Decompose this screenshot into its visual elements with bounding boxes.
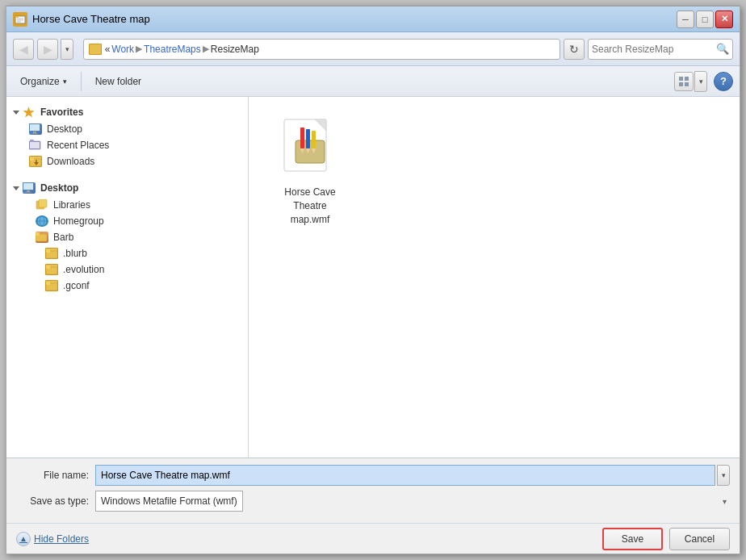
filetype-label: Save as type:: [16, 495, 89, 507]
svg-rect-1: [15, 16, 19, 18]
file-icon-wmf: [278, 116, 342, 181]
save-dialog-window: Horse Cave Theatre map ─ □ ✕ ◀ ▶ ▾ « Wor…: [6, 6, 740, 554]
search-input[interactable]: [592, 44, 716, 55]
filetype-dropdown-wrapper: Windows Metafile Format (wmf) ▾: [95, 491, 730, 512]
desktop-triangle: [13, 186, 19, 190]
downloads-label: Downloads: [47, 156, 94, 167]
minimize-button[interactable]: ─: [677, 10, 694, 28]
dialog-buttons: Save Cancel: [602, 528, 730, 550]
save-button[interactable]: Save: [602, 528, 663, 550]
sidebar-item-recent-places[interactable]: Recent Places: [6, 137, 248, 153]
search-icon[interactable]: 🔍: [716, 43, 729, 55]
help-button[interactable]: ?: [714, 72, 733, 91]
svg-rect-21: [23, 183, 33, 190]
desktop-icon: [29, 123, 42, 135]
desktop-label: Desktop: [47, 123, 82, 135]
file-label: Horse Cave Theatre map.wmf: [284, 186, 335, 226]
breadcrumb-path: « Work ▶ TheatreMaps ▶ ResizeMap: [105, 44, 259, 55]
new-folder-label: New folder: [95, 76, 141, 87]
svg-rect-12: [31, 133, 38, 134]
filetype-dropdown-arrow: ▾: [723, 497, 727, 506]
gconf-icon: [45, 280, 58, 291]
content-area: Horse Cave Theatre map.wmf: [249, 97, 740, 458]
sidebar-item-evolution[interactable]: .evolution: [6, 261, 248, 278]
cancel-button[interactable]: Cancel: [669, 528, 730, 550]
close-button[interactable]: ✕: [715, 10, 733, 28]
sidebar-item-blurb[interactable]: .blurb: [6, 245, 248, 261]
organize-button[interactable]: Organize ▾: [13, 72, 74, 91]
homegroup-label: Homegroup: [53, 215, 104, 227]
main-area: ★ Favorites Desktop: [6, 97, 740, 458]
sidebar-item-downloads[interactable]: Downloads: [6, 153, 248, 169]
bottom-form-area: File name: ▾ Save as type: Windows Metaf…: [6, 458, 740, 523]
desktop-section-label: Desktop: [40, 182, 78, 194]
libraries-label: Libraries: [53, 199, 90, 211]
maximize-button[interactable]: □: [696, 10, 714, 28]
svg-rect-10: [30, 124, 40, 131]
favorites-label: Favorites: [40, 107, 83, 118]
breadcrumb-sep-1: ▶: [136, 44, 142, 54]
sidebar-item-homegroup[interactable]: Homegroup: [6, 213, 248, 229]
svg-rect-42: [306, 129, 310, 148]
filetype-select[interactable]: Windows Metafile Format (wmf): [95, 491, 243, 512]
desktop-section-icon: [23, 182, 36, 194]
svg-rect-25: [39, 199, 47, 207]
view-menu-button[interactable]: [674, 72, 694, 91]
breadcrumb-prefix: «: [105, 44, 111, 55]
file-item-wmf[interactable]: Horse Cave Theatre map.wmf: [262, 110, 358, 232]
title-bar: Horse Cave Theatre map ─ □ ✕: [6, 6, 740, 32]
hide-folders-button[interactable]: ▲ Hide Folders: [16, 532, 89, 546]
evolution-label: .evolution: [63, 264, 104, 275]
svg-rect-15: [30, 142, 40, 148]
svg-rect-36: [46, 282, 50, 285]
barb-icon: [36, 232, 48, 243]
libraries-icon: [36, 199, 48, 211]
organize-dropdown-icon: ▾: [63, 77, 67, 86]
recent-places-icon: [29, 140, 42, 151]
sidebar-item-gconf[interactable]: .gconf: [6, 278, 248, 294]
forward-button[interactable]: ▶: [37, 39, 58, 60]
sidebar-item-barb[interactable]: Barb: [6, 229, 248, 245]
window-icon: [13, 12, 27, 27]
sidebar-item-desktop[interactable]: Desktop: [6, 121, 248, 137]
favorites-header[interactable]: ★ Favorites: [6, 103, 248, 121]
filetype-row: Save as type: Windows Metafile Format (w…: [16, 491, 730, 512]
refresh-button[interactable]: ↻: [564, 39, 585, 60]
svg-rect-40: [300, 127, 304, 148]
favorites-star-icon: ★: [23, 107, 36, 118]
breadcrumb-work[interactable]: Work: [111, 44, 134, 55]
toolbar: Organize ▾ New folder ▾ ?: [6, 66, 740, 97]
svg-rect-44: [312, 131, 316, 148]
search-bar: 🔍: [588, 39, 733, 60]
hide-folders-label: Hide Folders: [34, 533, 89, 545]
svg-rect-34: [46, 265, 50, 269]
sidebar-item-libraries[interactable]: Libraries: [6, 197, 248, 213]
navigation-bar: ◀ ▶ ▾ « Work ▶ TheatreMaps ▶ ResizeMap ↻…: [6, 32, 740, 66]
title-bar-controls: ─ □ ✕: [677, 10, 733, 28]
hide-folders-icon: ▲: [16, 532, 31, 546]
file-name-line1: Horse Cave: [284, 186, 335, 198]
breadcrumb-bar[interactable]: « Work ▶ TheatreMaps ▶ ResizeMap: [83, 39, 560, 60]
filename-dropdown-button[interactable]: ▾: [717, 465, 730, 486]
svg-rect-32: [46, 249, 50, 253]
barb-label: Barb: [53, 232, 73, 243]
breadcrumb-folder-icon: [89, 44, 102, 55]
nav-dropdown-button[interactable]: ▾: [61, 39, 73, 60]
filename-label: File name:: [16, 470, 89, 481]
svg-rect-8: [685, 82, 689, 86]
back-button[interactable]: ◀: [13, 39, 34, 60]
new-folder-button[interactable]: New folder: [88, 72, 149, 91]
filename-row: File name: ▾: [16, 465, 730, 486]
blurb-icon: [45, 248, 58, 259]
view-dropdown-button[interactable]: ▾: [694, 71, 707, 92]
sidebar: ★ Favorites Desktop: [6, 97, 249, 458]
breadcrumb-theatre-maps[interactable]: TheatreMaps: [144, 44, 201, 55]
blurb-label: .blurb: [63, 248, 87, 259]
desktop-section-header[interactable]: Desktop: [6, 179, 248, 197]
toolbar-separator: [81, 72, 82, 91]
recent-places-label: Recent Places: [47, 140, 109, 151]
gconf-label: .gconf: [63, 280, 90, 291]
filename-input[interactable]: [95, 465, 715, 486]
svg-rect-7: [679, 82, 683, 86]
svg-rect-23: [25, 192, 31, 193]
